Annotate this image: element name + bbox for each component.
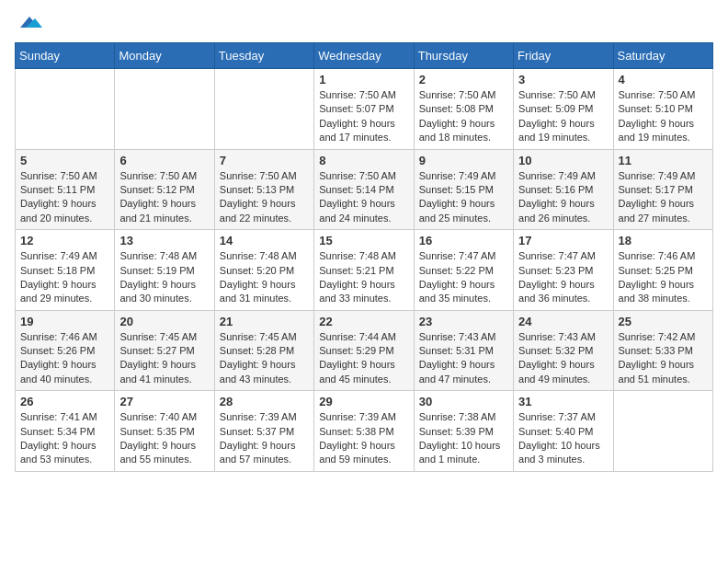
calendar-cell: 20Sunrise: 7:45 AMSunset: 5:27 PMDayligh…	[115, 310, 214, 391]
calendar-cell: 1Sunrise: 7:50 AMSunset: 5:07 PMDaylight…	[314, 69, 414, 150]
weekday-header-row: SundayMondayTuesdayWednesdayThursdayFrid…	[16, 43, 713, 69]
day-number: 16	[419, 234, 508, 247]
day-number: 27	[119, 395, 209, 408]
day-number: 26	[20, 395, 109, 408]
day-number: 20	[119, 315, 209, 328]
day-info: Sunrise: 7:50 AMSunset: 5:09 PMDaylight:…	[518, 88, 608, 145]
day-info: Sunrise: 7:48 AMSunset: 5:19 PMDaylight:…	[119, 249, 209, 306]
day-number: 6	[119, 154, 209, 167]
weekday-header: Saturday	[613, 43, 712, 69]
day-number: 30	[419, 395, 508, 408]
calendar-cell: 14Sunrise: 7:48 AMSunset: 5:20 PMDayligh…	[214, 230, 313, 311]
calendar-cell: 21Sunrise: 7:45 AMSunset: 5:28 PMDayligh…	[214, 310, 313, 391]
day-number: 10	[518, 154, 608, 167]
day-number: 31	[518, 395, 608, 408]
day-info: Sunrise: 7:38 AMSunset: 5:39 PMDaylight:…	[419, 410, 508, 467]
calendar-week-row: 12Sunrise: 7:49 AMSunset: 5:18 PMDayligh…	[16, 230, 713, 311]
day-info: Sunrise: 7:50 AMSunset: 5:13 PMDaylight:…	[220, 169, 309, 226]
day-number: 12	[20, 234, 109, 247]
calendar-cell: 12Sunrise: 7:49 AMSunset: 5:18 PMDayligh…	[16, 230, 115, 311]
day-number: 24	[518, 315, 608, 328]
weekday-header: Thursday	[414, 43, 513, 69]
calendar-cell: 7Sunrise: 7:50 AMSunset: 5:13 PMDaylight…	[214, 149, 313, 230]
day-number: 13	[119, 234, 209, 247]
day-info: Sunrise: 7:48 AMSunset: 5:21 PMDaylight:…	[319, 249, 408, 306]
calendar-week-row: 5Sunrise: 7:50 AMSunset: 5:11 PMDaylight…	[16, 149, 713, 230]
calendar-cell: 16Sunrise: 7:47 AMSunset: 5:22 PMDayligh…	[414, 230, 513, 311]
calendar-week-row: 26Sunrise: 7:41 AMSunset: 5:34 PMDayligh…	[16, 391, 713, 472]
day-info: Sunrise: 7:43 AMSunset: 5:31 PMDaylight:…	[419, 330, 508, 387]
day-number: 4	[619, 73, 708, 86]
day-number: 22	[319, 315, 408, 328]
calendar-cell: 2Sunrise: 7:50 AMSunset: 5:08 PMDaylight…	[414, 69, 513, 150]
day-info: Sunrise: 7:44 AMSunset: 5:29 PMDaylight:…	[319, 330, 408, 387]
day-info: Sunrise: 7:46 AMSunset: 5:25 PMDaylight:…	[619, 249, 708, 306]
calendar-cell: 8Sunrise: 7:50 AMSunset: 5:14 PMDaylight…	[314, 149, 414, 230]
weekday-header: Friday	[514, 43, 613, 69]
day-info: Sunrise: 7:50 AMSunset: 5:08 PMDaylight:…	[419, 88, 508, 145]
day-number: 21	[220, 315, 309, 328]
day-info: Sunrise: 7:42 AMSunset: 5:33 PMDaylight:…	[619, 330, 708, 387]
day-info: Sunrise: 7:43 AMSunset: 5:32 PMDaylight:…	[518, 330, 608, 387]
calendar-cell: 3Sunrise: 7:50 AMSunset: 5:09 PMDaylight…	[514, 69, 613, 150]
page-header	[15, 15, 713, 31]
day-info: Sunrise: 7:41 AMSunset: 5:34 PMDaylight:…	[20, 410, 109, 467]
calendar-cell: 15Sunrise: 7:48 AMSunset: 5:21 PMDayligh…	[314, 230, 414, 311]
day-info: Sunrise: 7:50 AMSunset: 5:11 PMDaylight:…	[20, 169, 109, 226]
day-number: 18	[619, 234, 708, 247]
calendar-week-row: 19Sunrise: 7:46 AMSunset: 5:26 PMDayligh…	[16, 310, 713, 391]
day-info: Sunrise: 7:48 AMSunset: 5:20 PMDaylight:…	[220, 249, 309, 306]
day-info: Sunrise: 7:49 AMSunset: 5:15 PMDaylight:…	[419, 169, 508, 226]
weekday-header: Wednesday	[314, 43, 414, 69]
day-info: Sunrise: 7:46 AMSunset: 5:26 PMDaylight:…	[20, 330, 109, 387]
weekday-header: Sunday	[16, 43, 115, 69]
day-info: Sunrise: 7:39 AMSunset: 5:37 PMDaylight:…	[220, 410, 309, 467]
logo	[15, 15, 42, 31]
calendar-cell	[115, 69, 214, 150]
day-info: Sunrise: 7:47 AMSunset: 5:23 PMDaylight:…	[518, 249, 608, 306]
calendar-cell: 25Sunrise: 7:42 AMSunset: 5:33 PMDayligh…	[613, 310, 712, 391]
calendar-table: SundayMondayTuesdayWednesdayThursdayFrid…	[15, 42, 713, 472]
day-info: Sunrise: 7:40 AMSunset: 5:35 PMDaylight:…	[119, 410, 209, 467]
day-number: 15	[319, 234, 408, 247]
day-number: 5	[20, 154, 109, 167]
calendar-cell: 27Sunrise: 7:40 AMSunset: 5:35 PMDayligh…	[115, 391, 214, 472]
day-number: 7	[220, 154, 309, 167]
day-info: Sunrise: 7:50 AMSunset: 5:07 PMDaylight:…	[319, 88, 408, 145]
day-info: Sunrise: 7:50 AMSunset: 5:12 PMDaylight:…	[119, 169, 209, 226]
logo-icon	[17, 15, 42, 31]
day-info: Sunrise: 7:49 AMSunset: 5:16 PMDaylight:…	[518, 169, 608, 226]
day-info: Sunrise: 7:50 AMSunset: 5:10 PMDaylight:…	[619, 88, 708, 145]
day-number: 29	[319, 395, 408, 408]
calendar-cell: 24Sunrise: 7:43 AMSunset: 5:32 PMDayligh…	[514, 310, 613, 391]
calendar-cell: 28Sunrise: 7:39 AMSunset: 5:37 PMDayligh…	[214, 391, 313, 472]
day-info: Sunrise: 7:50 AMSunset: 5:14 PMDaylight:…	[319, 169, 408, 226]
calendar-cell: 29Sunrise: 7:39 AMSunset: 5:38 PMDayligh…	[314, 391, 414, 472]
calendar-cell: 10Sunrise: 7:49 AMSunset: 5:16 PMDayligh…	[514, 149, 613, 230]
calendar-week-row: 1Sunrise: 7:50 AMSunset: 5:07 PMDaylight…	[16, 69, 713, 150]
calendar-cell: 30Sunrise: 7:38 AMSunset: 5:39 PMDayligh…	[414, 391, 513, 472]
day-number: 9	[419, 154, 508, 167]
calendar-cell: 22Sunrise: 7:44 AMSunset: 5:29 PMDayligh…	[314, 310, 414, 391]
day-number: 23	[419, 315, 508, 328]
day-info: Sunrise: 7:49 AMSunset: 5:17 PMDaylight:…	[619, 169, 708, 226]
day-number: 14	[220, 234, 309, 247]
weekday-header: Tuesday	[214, 43, 313, 69]
calendar-cell: 23Sunrise: 7:43 AMSunset: 5:31 PMDayligh…	[414, 310, 513, 391]
calendar-cell: 5Sunrise: 7:50 AMSunset: 5:11 PMDaylight…	[16, 149, 115, 230]
calendar-cell: 13Sunrise: 7:48 AMSunset: 5:19 PMDayligh…	[115, 230, 214, 311]
calendar-cell	[613, 391, 712, 472]
calendar-cell: 11Sunrise: 7:49 AMSunset: 5:17 PMDayligh…	[613, 149, 712, 230]
day-info: Sunrise: 7:37 AMSunset: 5:40 PMDaylight:…	[518, 410, 608, 467]
day-number: 17	[518, 234, 608, 247]
day-number: 8	[319, 154, 408, 167]
day-info: Sunrise: 7:45 AMSunset: 5:28 PMDaylight:…	[220, 330, 309, 387]
day-info: Sunrise: 7:47 AMSunset: 5:22 PMDaylight:…	[419, 249, 508, 306]
day-number: 3	[518, 73, 608, 86]
calendar-cell: 17Sunrise: 7:47 AMSunset: 5:23 PMDayligh…	[514, 230, 613, 311]
calendar-cell: 9Sunrise: 7:49 AMSunset: 5:15 PMDaylight…	[414, 149, 513, 230]
day-number: 28	[220, 395, 309, 408]
day-info: Sunrise: 7:39 AMSunset: 5:38 PMDaylight:…	[319, 410, 408, 467]
day-number: 25	[619, 315, 708, 328]
day-number: 11	[619, 154, 708, 167]
